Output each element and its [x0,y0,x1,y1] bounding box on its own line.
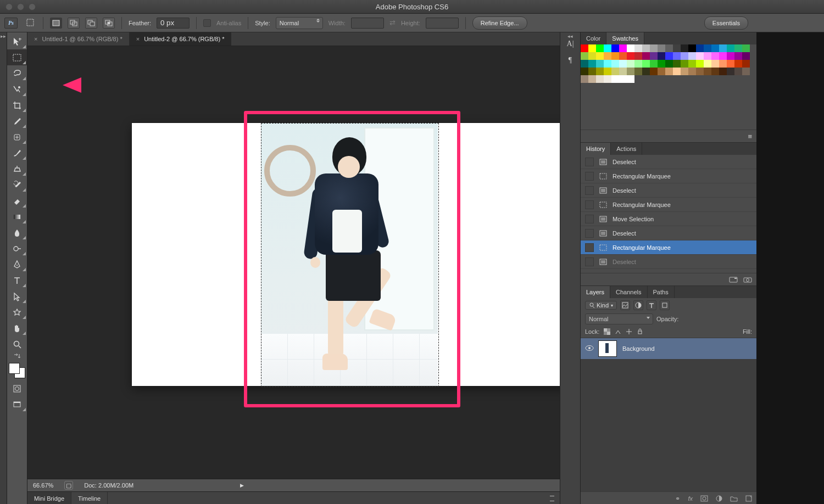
swatch[interactable] [642,52,650,60]
swatch[interactable] [658,68,665,75]
swatch[interactable] [650,44,658,52]
lasso-tool[interactable] [7,65,27,81]
toolbar-expand[interactable]: ▸▸ [0,32,7,504]
mask-icon[interactable] [700,495,708,502]
gradient-tool[interactable] [7,209,27,225]
tab-paths[interactable]: Paths [648,286,675,298]
doc-tab-1[interactable]: × Untitled-1 @ 66.7% (RGB/8) * [27,32,130,46]
swatch[interactable] [596,44,604,52]
history-checkbox[interactable] [585,172,594,181]
swatch[interactable] [681,44,688,52]
history-item[interactable]: Deselect [581,183,756,198]
filter-type-icon[interactable] [647,300,656,310]
swatch[interactable] [742,44,750,52]
history-checkbox[interactable] [585,229,594,238]
new-snapshot-icon[interactable] [729,276,738,283]
swatch[interactable] [711,68,719,75]
crop-tool[interactable] [7,97,27,113]
quick-selection-tool[interactable] [7,81,27,97]
swatch[interactable] [604,44,611,52]
swap-fgbg-icon[interactable] [7,352,27,361]
swatch[interactable] [696,44,704,52]
selection-new[interactable] [50,18,62,29]
swatch[interactable] [673,68,681,75]
adjustment-icon[interactable] [716,495,722,502]
swatch[interactable] [719,52,727,60]
swatch[interactable] [711,60,719,68]
quickmask-tool[interactable] [7,380,27,396]
swatch[interactable] [627,52,634,60]
swatch[interactable] [734,68,742,75]
history-brush-tool[interactable] [7,177,27,193]
swatch[interactable] [596,60,604,68]
swatch[interactable] [727,68,734,75]
swatch[interactable] [596,68,604,75]
history-item[interactable]: Move Selection [581,212,756,226]
swatch[interactable] [650,60,658,68]
healing-brush-tool[interactable] [7,129,27,145]
swatch[interactable] [688,68,696,75]
swatch[interactable] [711,44,719,52]
lock-position-icon[interactable] [626,328,632,335]
swatch[interactable] [665,60,673,68]
filter-image-icon[interactable] [620,300,630,310]
swatch[interactable] [596,52,604,60]
panel-menu-icon[interactable]: ≡ [748,132,752,141]
lock-image-icon[interactable] [615,328,621,335]
tab-timeline[interactable]: Timeline [71,492,108,504]
swatch[interactable] [642,60,650,68]
swatch[interactable] [704,44,711,52]
swatch[interactable] [650,52,658,60]
swatch[interactable] [588,75,596,83]
swatch[interactable] [581,52,588,60]
swatch[interactable] [696,68,704,75]
tab-channels[interactable]: Channels [610,286,647,298]
swatch[interactable] [596,75,604,83]
swatch[interactable] [588,52,596,60]
swatch[interactable] [619,75,627,83]
feather-input[interactable] [157,18,190,29]
swatch[interactable] [658,44,665,52]
swatch[interactable] [581,44,588,52]
camera-icon[interactable] [743,276,752,283]
swatch[interactable] [604,68,611,75]
swatch[interactable] [711,52,719,60]
zoom-tool[interactable] [7,336,27,352]
collapse-icon[interactable]: ◂◂ [560,32,580,40]
lock-all-icon[interactable] [637,328,643,335]
swatch[interactable] [734,60,742,68]
history-checkbox[interactable] [585,257,594,266]
swatch[interactable] [688,52,696,60]
close-tab-icon[interactable]: × [34,36,37,42]
screen-mode-tool[interactable] [7,396,27,412]
swatch[interactable] [611,52,619,60]
swatch[interactable] [658,60,665,68]
swatch[interactable] [742,68,750,75]
swatches-grid[interactable] [581,44,756,130]
layer-row-background[interactable]: Background [581,338,756,360]
eraser-tool[interactable] [7,193,27,209]
selection-intersect[interactable] [103,18,115,29]
history-checkbox[interactable] [585,243,594,252]
swatch[interactable] [719,60,727,68]
clone-stamp-tool[interactable] [7,161,27,177]
swatch[interactable] [665,44,673,52]
history-list[interactable]: DeselectRectangular MarqueeDeselectRecta… [581,155,756,273]
swatch[interactable] [611,60,619,68]
tool-preset-icon[interactable] [25,18,36,29]
swatch[interactable] [719,44,727,52]
swatch[interactable] [627,60,634,68]
swatch[interactable] [696,60,704,68]
history-checkbox[interactable] [585,215,594,223]
swatch[interactable] [681,60,688,68]
tab-mini-bridge[interactable]: Mini Bridge [27,492,71,504]
history-item[interactable]: Rectangular Marquee [581,198,756,212]
swatch[interactable] [665,52,673,60]
style-select[interactable]: Normal [276,17,323,29]
swatch[interactable] [611,44,619,52]
history-checkbox[interactable] [585,200,594,209]
doc-tab-2[interactable]: × Untitled-2 @ 66.7% (RGB/8) * [130,32,232,46]
swatch[interactable] [704,52,711,60]
blur-tool[interactable] [7,225,27,240]
rectangular-marquee-tool[interactable] [7,49,27,65]
